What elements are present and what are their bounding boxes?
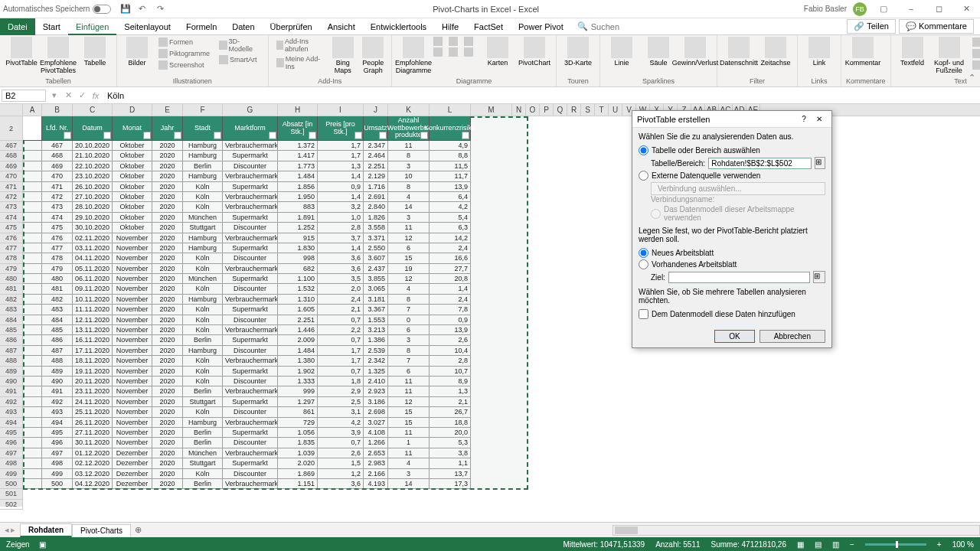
tab-daten[interactable]: Daten [224,18,262,35]
cell[interactable]: Supermarkt [223,367,278,377]
filter-dropdown-icon[interactable]: ▾ [309,132,316,139]
cell[interactable]: 11 [388,386,430,396]
cell[interactable]: 10,7 [430,367,471,377]
cell[interactable]: Dezember [113,448,152,458]
filter-dropdown-icon[interactable]: ▾ [64,132,71,139]
cell[interactable]: 2.009 [278,335,318,345]
cell[interactable]: 487 [42,346,73,356]
cell[interactable]: 1.605 [278,305,318,315]
tab-file[interactable]: Datei [0,18,35,35]
cell[interactable]: 2020 [152,407,183,417]
cell[interactable]: 10,4 [430,346,471,356]
cell[interactable]: 1.380 [278,356,318,366]
cell[interactable]: 2020 [152,386,183,396]
cell[interactable]: 999 [278,386,318,396]
col-header[interactable]: Q [554,104,567,116]
row-header[interactable]: 493 [0,407,23,417]
fx-icon[interactable]: fx [89,89,103,103]
ribbon-objekt[interactable]: Objekt [969,60,980,70]
cell[interactable]: 0,7 [318,315,364,325]
col-header[interactable]: C [73,104,113,116]
cell[interactable]: 2020 [152,418,183,428]
cell[interactable]: Stuttgart [183,223,223,233]
cell[interactable]: 473 [42,202,73,212]
cell[interactable]: Supermarkt [223,458,278,468]
col-header[interactable]: S [581,104,595,116]
cell[interactable]: 3 [388,335,430,345]
cell[interactable]: 2020 [152,284,183,294]
cell[interactable]: 2.698 [364,407,388,417]
tab-seitenlayout[interactable]: Seitenlayout [116,18,178,35]
cell[interactable]: Köln [183,192,223,202]
cell[interactable]: 468 [42,151,73,161]
col-header[interactable]: F [183,104,223,116]
cell[interactable]: Oktober [113,202,152,212]
table-header[interactable]: Monat▾ [113,116,152,141]
cell[interactable]: 0,9 [430,315,471,325]
cell[interactable]: 04.12.2020 [73,479,113,489]
row-header[interactable]: 496 [0,438,23,448]
table-row[interactable] [23,500,471,510]
view-layout-icon[interactable]: ▤ [815,540,822,549]
cell[interactable]: 1.266 [364,438,388,448]
cell[interactable]: 500 [42,479,73,489]
cell[interactable]: 469 [42,161,73,171]
cell[interactable]: 2020 [152,428,183,438]
cell[interactable]: 472 [42,192,73,202]
worksheet-grid[interactable]: Lfd. Nr.▾Datum▾Monat▾Jahr▾Stadt▾Marktfor… [23,116,471,507]
cell[interactable]: 19 [388,264,430,274]
cell[interactable]: 1.100 [278,274,318,284]
table-row[interactable]: 47602.11.2020November2020HamburgVerbrauc… [23,233,471,243]
col-header[interactable]: T [595,104,609,116]
cell[interactable]: 3.367 [364,305,388,315]
range-picker-icon[interactable]: ⊞ [815,157,825,169]
cell[interactable]: Köln [183,377,223,386]
col-header[interactable]: B [42,104,73,116]
row-header[interactable]: 480 [0,274,23,284]
cell[interactable]: Discounter [223,469,278,479]
row-header[interactable]: 479 [0,264,23,274]
cell[interactable]: 14,2 [430,233,471,243]
cell[interactable]: Köln [183,182,223,192]
cell[interactable]: Discounter [223,161,278,171]
cell[interactable]: 1.151 [278,479,318,489]
cell[interactable]: 861 [278,407,318,417]
cell[interactable]: Berlin [183,438,223,448]
cell[interactable]: Supermarkt [223,213,278,223]
cell[interactable]: 2020 [152,377,183,386]
cell[interactable]: 1,2 [318,469,364,479]
row-header[interactable]: 484 [0,315,23,325]
chart-type-icon[interactable] [464,37,473,46]
cell[interactable]: 498 [42,458,73,468]
cell[interactable]: 483 [42,305,73,315]
col-header[interactable]: K [388,104,430,116]
cell[interactable]: 09.11.2020 [73,284,113,294]
col-header[interactable]: E [152,104,183,116]
share-button[interactable]: 🔗 Teilen [847,19,896,34]
col-header[interactable]: M [471,104,512,116]
cell[interactable]: November [113,367,152,377]
table-row[interactable]: 49701.12.2020Dezember2020MünchenVerbrauc… [23,448,471,458]
cell[interactable]: Köln [183,264,223,274]
cell[interactable]: November [113,418,152,428]
cell[interactable]: 06.11.2020 [73,274,113,284]
cell[interactable]: Berlin [183,335,223,345]
view-pagebreak-icon[interactable]: ▥ [832,540,839,549]
ribbon-s-ule[interactable]: Säule [642,37,675,67]
cell[interactable]: November [113,407,152,417]
cell[interactable]: 1.773 [278,161,318,171]
tab-hilfe[interactable]: Hilfe [434,18,466,35]
cell[interactable]: 2,1 [430,397,471,407]
save-icon[interactable]: 💾 [120,4,131,15]
cell[interactable]: 1.297 [278,397,318,407]
cell[interactable]: November [113,346,152,356]
cell[interactable]: 1,4 [318,243,364,253]
tab-formeln[interactable]: Formeln [178,18,224,35]
ribbon-formen[interactable]: Formen [155,37,213,47]
cell[interactable]: 27.10.2020 [73,192,113,202]
undo-icon[interactable]: ↶ [139,4,149,15]
cell[interactable]: 10 [388,171,430,181]
col-header[interactable]: P [540,104,554,116]
ribbon-empfohlene-pivottables[interactable]: Empfohlene PivotTables [41,37,75,75]
zoom-slider[interactable] [865,543,926,546]
